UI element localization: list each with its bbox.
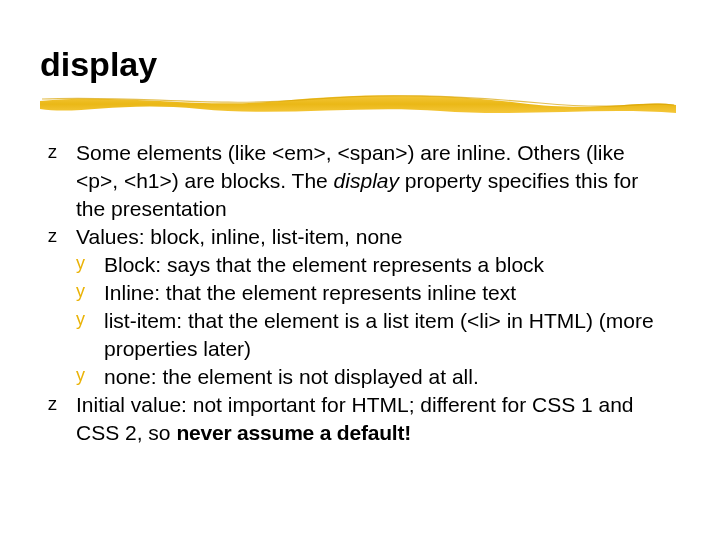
bullet-text: Initial value: not important for HTML; d…: [76, 393, 634, 444]
text-segment: Inline: that the element represents inli…: [104, 281, 516, 304]
text-segment: none: the element is not displayed at al…: [104, 365, 479, 388]
bullet-marker-icon: z: [48, 143, 57, 161]
sub-bullet-text: list-item: that the element is a list it…: [104, 309, 654, 360]
text-segment: list-item: that the element is a list it…: [104, 309, 654, 360]
bullet-marker-icon: z: [48, 227, 57, 245]
bullet-marker-icon: z: [48, 395, 57, 413]
title-underline: [40, 89, 672, 119]
sub-bullet-text: Block: says that the element represents …: [104, 253, 544, 276]
bullet-text: Values: block, inline, list-item, none: [76, 225, 402, 248]
sub-bullet-item: ylist-item: that the element is a list i…: [40, 307, 672, 363]
text-segment: Values: block, inline, list-item, none: [76, 225, 402, 248]
bullet-item: zValues: block, inline, list-item, none: [40, 223, 672, 251]
sub-bullet-item: yInline: that the element represents inl…: [40, 279, 672, 307]
sub-bullet-marker-icon: y: [76, 254, 85, 272]
sub-bullet-marker-icon: y: [76, 310, 85, 328]
text-segment: never assume a default!: [176, 421, 411, 444]
slide-title: display: [40, 46, 672, 83]
sub-bullet-marker-icon: y: [76, 282, 85, 300]
sub-bullet-text: none: the element is not displayed at al…: [104, 365, 479, 388]
slide: display zSome elements (like <em>, <span…: [0, 0, 720, 540]
slide-body: zSome elements (like <em>, <span>) are i…: [40, 139, 672, 446]
sub-bullet-item: ynone: the element is not displayed at a…: [40, 363, 672, 391]
bullet-text: Some elements (like <em>, <span>) are in…: [76, 141, 638, 220]
text-segment: display: [334, 169, 399, 192]
sub-bullet-item: yBlock: says that the element represents…: [40, 251, 672, 279]
sub-bullet-marker-icon: y: [76, 366, 85, 384]
bullet-item: zSome elements (like <em>, <span>) are i…: [40, 139, 672, 223]
bullet-item: zInitial value: not important for HTML; …: [40, 391, 672, 447]
text-segment: Block: says that the element represents …: [104, 253, 544, 276]
sub-bullet-text: Inline: that the element represents inli…: [104, 281, 516, 304]
